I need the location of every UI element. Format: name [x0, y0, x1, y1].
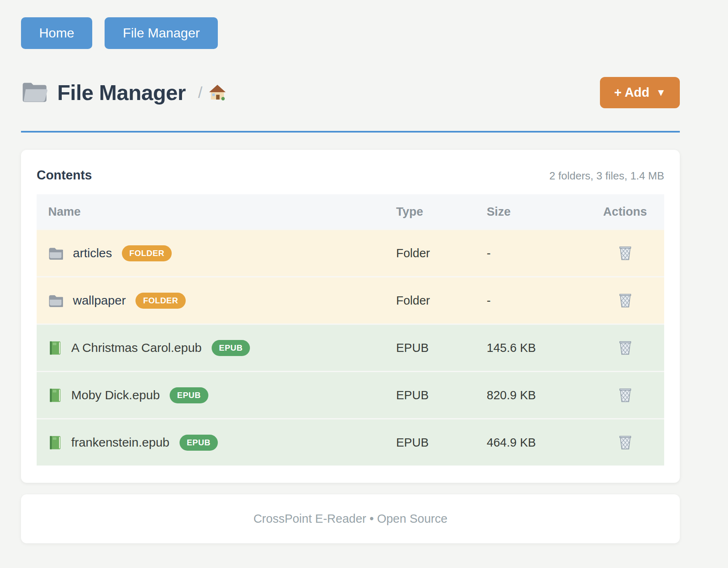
size-cell: 464.9 KB	[475, 419, 586, 466]
folder-icon	[48, 247, 63, 260]
column-header-name: Name	[37, 194, 385, 230]
add-button-label: + Add	[614, 85, 649, 100]
title-group: File Manager /	[21, 80, 226, 105]
column-header-actions: Actions	[586, 194, 664, 230]
file-name[interactable]: A Christmas Carol.epub	[71, 341, 202, 355]
size-cell: 820.9 KB	[475, 372, 586, 419]
type-cell: Folder	[385, 230, 475, 277]
type-cell: Folder	[385, 277, 475, 324]
column-header-type: Type	[385, 194, 475, 230]
breadcrumb-separator: /	[198, 84, 203, 102]
top-nav: Home File Manager	[21, 0, 680, 49]
table-row[interactable]: A Christmas Carol.epub EPUB EPUB 145.6 K…	[37, 324, 664, 372]
column-header-size: Size	[475, 194, 586, 230]
size-cell: 145.6 KB	[475, 324, 586, 372]
table-row[interactable]: Moby Dick.epub EPUB EPUB 820.9 KB	[37, 372, 664, 419]
caret-down-icon: ▼	[656, 87, 666, 98]
table-row[interactable]: frankenstein.epub EPUB EPUB 464.9 KB	[37, 419, 664, 466]
type-cell: EPUB	[385, 372, 475, 419]
file-name[interactable]: frankenstein.epub	[71, 435, 170, 449]
file-table: Name Type Size Actions articles FOLDER F…	[37, 194, 664, 466]
trash-icon	[618, 350, 632, 356]
folder-icon	[48, 294, 63, 307]
file-name[interactable]: wallpaper	[73, 293, 126, 307]
type-badge: FOLDER	[135, 293, 185, 309]
nav-file-manager-button[interactable]: File Manager	[105, 17, 218, 49]
delete-button[interactable]	[616, 338, 634, 358]
trash-icon	[618, 398, 632, 404]
footer: CrossPoint E-Reader • Open Source	[21, 494, 680, 543]
type-cell: EPUB	[385, 324, 475, 372]
page: Home File Manager File Manager /	[21, 0, 680, 543]
trash-icon	[618, 445, 632, 451]
green-book-icon	[48, 435, 61, 450]
table-row[interactable]: articles FOLDER Folder -	[37, 230, 664, 277]
title-divider	[21, 131, 680, 133]
trash-icon	[618, 303, 632, 309]
size-cell: -	[475, 230, 586, 277]
footer-text: CrossPoint E-Reader • Open Source	[253, 512, 447, 526]
table-header-row: Name Type Size Actions	[37, 194, 664, 230]
nav-home-button[interactable]: Home	[21, 17, 92, 49]
add-button[interactable]: + Add ▼	[600, 77, 680, 108]
size-cell: -	[475, 277, 586, 324]
page-header: File Manager / + Add ▼	[21, 77, 680, 108]
delete-button[interactable]	[616, 432, 634, 453]
type-badge: EPUB	[170, 387, 208, 403]
delete-button[interactable]	[616, 385, 634, 405]
green-book-icon	[48, 340, 61, 356]
house-icon[interactable]	[209, 84, 226, 101]
trash-icon	[618, 256, 632, 262]
type-badge: EPUB	[212, 340, 250, 356]
delete-button[interactable]	[616, 243, 634, 263]
contents-heading: Contents	[37, 168, 92, 183]
file-name[interactable]: articles	[73, 246, 112, 260]
type-badge: FOLDER	[122, 245, 172, 261]
page-title: File Manager	[57, 80, 186, 105]
delete-button[interactable]	[616, 290, 634, 311]
green-book-icon	[48, 388, 61, 403]
type-badge: EPUB	[180, 435, 218, 451]
file-name[interactable]: Moby Dick.epub	[71, 388, 160, 402]
card-header: Contents 2 folders, 3 files, 1.4 MB	[37, 168, 664, 183]
contents-summary: 2 folders, 3 files, 1.4 MB	[549, 170, 664, 182]
contents-card: Contents 2 folders, 3 files, 1.4 MB Name…	[21, 150, 680, 483]
table-row[interactable]: wallpaper FOLDER Folder -	[37, 277, 664, 324]
type-cell: EPUB	[385, 419, 475, 466]
open-folder-icon	[21, 80, 48, 105]
